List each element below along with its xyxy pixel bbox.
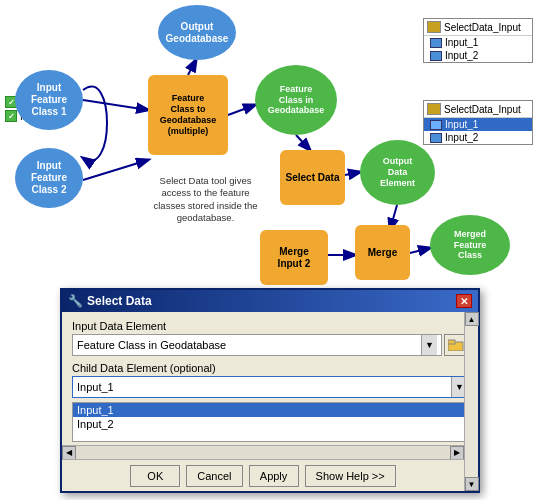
tree-panel-top-title-text: SelectData_Input: [444, 22, 521, 33]
svg-rect-10: [448, 340, 455, 344]
node-input-fc1: InputFeatureClass 1: [15, 70, 83, 130]
child-data-element-value: Input_1: [73, 381, 118, 393]
input-data-element-dropdown[interactable]: Feature Class in Geodatabase ▼: [72, 334, 442, 356]
feat-icon-bottom-2: [430, 133, 442, 143]
node-outgeo-label: OutputGeodatabase: [166, 21, 229, 45]
list-item-input1[interactable]: Input_1: [73, 403, 467, 417]
tree-item-input2-top: Input_2: [424, 49, 532, 62]
hscroll-track: [76, 446, 450, 459]
node-merged-feature-class: MergedFeatureClass: [430, 215, 510, 275]
tree-item-input2-bottom-label: Input_2: [445, 132, 478, 143]
tree-panel-bottom-title: SelectData_Input: [424, 101, 532, 118]
scroll-down-arrow[interactable]: ▼: [465, 477, 479, 491]
folder-icon: [448, 339, 464, 351]
feat-icon-top-2: [430, 51, 442, 61]
scroll-up-arrow[interactable]: ▲: [465, 312, 479, 326]
tree-item-input1-top: Input_1: [424, 36, 532, 49]
input-data-element-value: Feature Class in Geodatabase: [77, 339, 226, 351]
node-fcingeo-label: FeatureClass inGeodatabase: [268, 84, 325, 116]
show-help-button[interactable]: Show Help >>: [305, 465, 396, 487]
list-item-input2-label: Input_2: [77, 418, 114, 430]
node-fc2geo-label: FeatureClass toGeodatabase(multiple): [160, 93, 217, 136]
list-item-input1-label: Input_1: [77, 404, 114, 416]
node-seldata-label: Select Data: [286, 172, 340, 184]
feat-icon-bottom-1: [430, 120, 442, 130]
feat-icon-top-1: [430, 38, 442, 48]
child-data-element-label: Child Data Element (optional): [72, 362, 468, 374]
dialog-titlebar: 🔧 Select Data ✕: [62, 290, 478, 312]
dialog-body: Input Data Element Feature Class in Geod…: [62, 312, 478, 450]
tree-panel-top-title: SelectData_Input: [424, 19, 532, 36]
node-fc-to-geodatabase: FeatureClass toGeodatabase(multiple): [148, 75, 228, 155]
db-icon-top: [427, 21, 441, 33]
node-output-data-element: OutputDataElement: [360, 140, 435, 205]
select-data-dialog: 🔧 Select Data ✕ ▲ ▼ Input Data Element F…: [60, 288, 480, 493]
checkbox-input2: ✓: [5, 110, 17, 122]
svg-line-3: [228, 105, 255, 115]
select-data-description: Select Data tool gives access to the fea…: [148, 175, 263, 224]
node-select-data: Select Data: [280, 150, 345, 205]
node-fc1-label: InputFeatureClass 1: [31, 82, 67, 118]
node-mergedfc-label: MergedFeatureClass: [454, 229, 487, 261]
tree-item-input1-bottom: Input_1: [424, 118, 532, 131]
dropdown-arrow-1[interactable]: ▼: [421, 335, 437, 355]
dialog-title: Select Data: [87, 294, 152, 308]
dialog-close-button[interactable]: ✕: [456, 294, 472, 308]
db-icon-bottom: [427, 103, 441, 115]
dialog-titlebar-left: 🔧 Select Data: [68, 294, 152, 308]
hscroll-left-arrow[interactable]: ◀: [62, 446, 76, 460]
apply-button[interactable]: Apply: [249, 465, 299, 487]
child-data-element-combo[interactable]: Input_1 ▼: [72, 376, 468, 398]
node-fc-in-geodatabase: FeatureClass inGeodatabase: [255, 65, 337, 135]
tree-panel-bottom: SelectData_Input Input_1 Input_2: [423, 100, 533, 145]
child-data-list[interactable]: Input_1 Input_2: [72, 402, 468, 442]
svg-line-1: [83, 160, 148, 180]
ok-button[interactable]: OK: [130, 465, 180, 487]
node-output-geodatabase: OutputGeodatabase: [158, 5, 236, 60]
node-outdata-label: OutputDataElement: [380, 156, 415, 188]
diagram-area: ✓ Input 1 ✓ Input 2 InputFeatureClass 1 …: [0, 0, 541, 285]
svg-line-0: [83, 100, 148, 110]
node-merge: Merge: [355, 225, 410, 280]
node-merge-label: Merge: [368, 247, 397, 259]
svg-line-4: [296, 135, 310, 150]
node-input-fc2: InputFeatureClass 2: [15, 148, 83, 208]
list-item-input2[interactable]: Input_2: [73, 417, 467, 431]
tree-item-input1-top-label: Input_1: [445, 37, 478, 48]
cancel-button[interactable]: Cancel: [186, 465, 242, 487]
dialog-scrollbar[interactable]: ▲ ▼: [464, 312, 478, 491]
hscroll-right-arrow[interactable]: ▶: [450, 446, 464, 460]
tree-item-input2-top-label: Input_2: [445, 50, 478, 61]
node-merge-input2: MergeInput 2: [260, 230, 328, 285]
tree-panel-top: SelectData_Input Input_1 Input_2: [423, 18, 533, 63]
scroll-track: [465, 326, 478, 477]
svg-line-5: [345, 172, 360, 175]
tree-item-input1-bottom-label: Input_1: [445, 119, 478, 130]
dialog-horizontal-scrollbar[interactable]: ◀ ▶: [62, 445, 464, 459]
node-fc2-label: InputFeatureClass 2: [31, 160, 67, 196]
input-data-element-label: Input Data Element: [72, 320, 468, 332]
tree-item-input2-bottom: Input_2: [424, 131, 532, 144]
dialog-buttons: OK Cancel Apply Show Help >>: [62, 459, 464, 491]
svg-line-8: [410, 248, 430, 253]
tree-panel-bottom-title-text: SelectData_Input: [444, 104, 521, 115]
input-data-element-row: Feature Class in Geodatabase ▼: [72, 334, 468, 356]
node-mergein2-label: MergeInput 2: [278, 246, 311, 270]
wrench-icon: 🔧: [68, 294, 83, 308]
svg-line-2: [188, 60, 196, 75]
